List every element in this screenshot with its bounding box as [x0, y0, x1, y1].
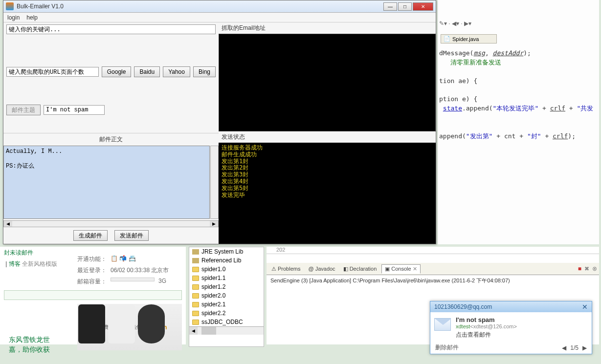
tree-item[interactable]: spider2.0 [189, 291, 264, 300]
bottom-tabs: ⚠Problems @Javadoc ◧Declaration ▣Console… [267, 263, 599, 275]
camera-icon [138, 304, 165, 343]
tree-label: spider2.1 [201, 301, 225, 308]
ide-toolbar: ✎▾ · ◀▾ · ▶▾ [439, 18, 537, 29]
tree-label: spider1.2 [201, 283, 225, 290]
menu-login[interactable]: login [7, 14, 20, 21]
code-snippet: dMessage(msg, destAddr); 清零重新准备发送 tion a… [439, 49, 601, 141]
yahoo-button[interactable]: Yahoo [163, 66, 190, 77]
folder-icon [192, 293, 199, 299]
library-icon [192, 249, 199, 255]
close-button[interactable]: ✕ [413, 2, 433, 11]
tab-javadoc[interactable]: @Javadoc [305, 265, 338, 273]
envelope-icon [434, 318, 451, 331]
tree-item[interactable]: JRE System Lib [189, 247, 264, 256]
notif-close-button[interactable]: ✕ [582, 303, 588, 311]
remove-all-icon[interactable]: ⊗ [592, 265, 597, 272]
ruler: 202 [267, 247, 599, 254]
tree-item[interactable]: spider2.2 [189, 309, 264, 318]
tree-label: ssJDBC_ODBC [201, 319, 243, 325]
capacity-value: 3G [158, 278, 166, 286]
phone-icon [108, 304, 135, 343]
editor-tab-spider[interactable]: 📄 Spider.java [441, 34, 497, 43]
notif-page: 1/5 [570, 344, 579, 351]
body-scrollbar-h[interactable]: ◀ ▶ [3, 220, 219, 227]
tree-label: spider2.2 [201, 310, 225, 317]
titlebar[interactable]: Bulk-Emailer V1.0 — □ ✕ [3, 0, 436, 13]
tab-problems[interactable]: ⚠Problems [268, 265, 303, 273]
folder-icon [192, 267, 199, 272]
notif-subject[interactable]: I'm not spam [456, 316, 588, 323]
remove-icon[interactable]: ✖ [584, 265, 589, 272]
tree-item[interactable]: Referenced Lib [189, 256, 264, 265]
notif-account: 1021360629@qq.com [434, 303, 492, 310]
right-pane: 抓取的Email地址 发送状态 连接服务器成功 邮件生成成功 发出第1封 发出第… [219, 22, 436, 244]
notif-from-name[interactable]: xdtest [456, 323, 470, 329]
phone-icon [78, 304, 105, 343]
tab-declaration[interactable]: ◧Declaration [340, 265, 380, 273]
tab-console[interactable]: ▣Console ✕ [381, 264, 420, 274]
menubar: login help [3, 13, 436, 22]
console-output: SendEngine (3) [Java Application] C:\Pro… [267, 275, 599, 286]
grabbed-emails-label: 抓取的Email地址 [219, 22, 436, 34]
app-window: Bulk-Emailer V1.0 — □ ✕ login help Googl… [3, 0, 436, 244]
notif-prev-button[interactable]: ◀ [562, 344, 566, 351]
folder-icon [192, 302, 199, 307]
folder-icon [192, 311, 199, 316]
maximize-button[interactable]: □ [398, 2, 412, 11]
bing-button[interactable]: Bing [193, 66, 216, 77]
capacity-bar [111, 278, 155, 281]
folder-icon [192, 284, 199, 290]
left-pane: Google Baidu Yahoo Bing 邮件主题 邮件正文 ◀ ▶ 生成… [3, 22, 219, 244]
grabbed-emails-box[interactable] [219, 34, 436, 131]
crawl-count-input[interactable] [6, 67, 99, 77]
minimize-button[interactable]: — [383, 2, 397, 11]
java-icon [6, 2, 14, 10]
last-login-label: 最近登录： [77, 266, 107, 275]
google-button[interactable]: Google [102, 66, 132, 77]
subject-button[interactable]: 邮件主题 [6, 105, 41, 115]
tree-label: JRE System Lib [201, 248, 243, 255]
menu-help[interactable]: help [26, 14, 38, 21]
tree-label: spider2.0 [201, 292, 225, 299]
tree-label: spider1.1 [201, 275, 225, 281]
java-file-icon: 📄 [444, 36, 450, 42]
notif-next-button[interactable]: ▶ [582, 344, 587, 351]
open-fn-label: 开通功能： [77, 255, 107, 263]
send-status-box[interactable]: 连接服务器成功 邮件生成成功 发出第1封 发出第2封 发出第3封 发出第4封 发… [219, 143, 436, 244]
library-icon [192, 258, 199, 263]
fn-icon[interactable]: 📋 📬 📇 [111, 255, 136, 263]
window-title: Bulk-Emailer V1.0 [17, 3, 383, 10]
tree-item[interactable]: spider2.1 [189, 300, 264, 309]
body-textarea[interactable] [3, 146, 210, 219]
terminate-icon[interactable]: ■ [578, 265, 581, 272]
console-toolbar[interactable]: ■✖⊗ [578, 265, 597, 272]
scroll-right-icon[interactable]: ▶ [210, 221, 218, 227]
tree-scrollbar[interactable]: ◀ [189, 326, 264, 335]
tree-item[interactable]: spider1.0 [189, 265, 264, 274]
baidu-button[interactable]: Baidu [134, 66, 160, 77]
send-status-label: 发送状态 [219, 131, 436, 143]
subject-input[interactable] [44, 105, 105, 115]
send-mail-button[interactable]: 发送邮件 [114, 230, 149, 241]
last-login-value: 06/02 00:33:38 北京市 [111, 266, 169, 275]
javadoc-icon: @ [308, 266, 313, 272]
body-scrollbar-v[interactable] [210, 146, 219, 219]
folder-icon [192, 276, 199, 281]
keyword-input[interactable] [6, 24, 216, 34]
generate-mail-button[interactable]: 生成邮件 [73, 230, 108, 241]
console-icon: ▣ [385, 266, 390, 272]
scroll-left-icon[interactable]: ◀ [4, 221, 12, 227]
mail-notification: 1021360629@qq.com ✕ I'm not spam xdtest<… [430, 301, 592, 354]
editor-tab-label: Spider.java [452, 36, 479, 42]
body-label: 邮件正文 [3, 133, 219, 146]
tree-label: spider1.0 [201, 266, 225, 273]
tree-item[interactable]: spider1.2 [189, 282, 264, 291]
blog-link[interactable]: 博客 [9, 260, 21, 267]
tree-item[interactable]: spider1.1 [189, 274, 264, 282]
notif-view-link[interactable]: 点击查看邮件 [456, 331, 588, 339]
tree-item[interactable]: ssJDBC_ODBC [189, 318, 264, 326]
project-tree[interactable]: JRE System Lib Referenced Lib spider1.0 … [189, 247, 264, 347]
notif-delete-link[interactable]: 删除邮件 [435, 343, 459, 352]
ad-text[interactable]: 东风雪铁龙世嘉，助你收获 [9, 335, 50, 354]
capacity-label: 邮箱容量： [77, 278, 107, 286]
